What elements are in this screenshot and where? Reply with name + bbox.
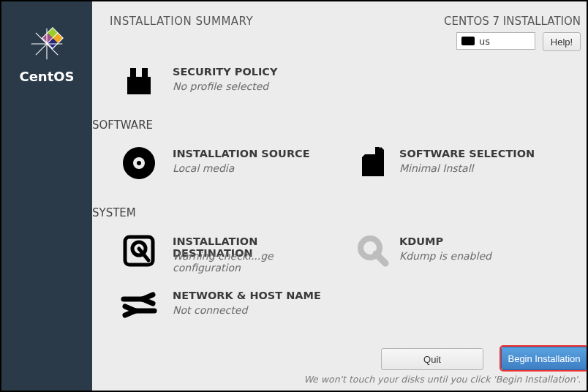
page-title: INSTALLATION SUMMARY xyxy=(110,15,253,28)
keyboard-layout-selector[interactable]: us xyxy=(456,32,535,50)
spoke-destination-status: Warning checki...ge configuration xyxy=(173,250,333,274)
svg-rect-11 xyxy=(142,68,148,78)
section-system-heading: SYSTEM xyxy=(92,206,136,219)
spoke-network-title: NETWORK & HOST NAME xyxy=(173,290,321,301)
quit-button[interactable]: Quit xyxy=(381,348,483,370)
section-software-heading: SOFTWARE xyxy=(92,118,153,132)
product-title: CENTOS 7 INSTALLATION xyxy=(444,15,581,28)
software-selection-icon xyxy=(351,145,395,181)
keyboard-layout-label: us xyxy=(479,36,490,47)
svg-point-14 xyxy=(137,161,141,165)
brand-text: CentOS xyxy=(19,69,74,84)
keyboard-icon xyxy=(461,37,475,45)
help-button[interactable]: Help! xyxy=(543,32,581,51)
spoke-security-title: SECURITY POLICY xyxy=(173,66,278,78)
sidebar: CentOS xyxy=(1,1,92,391)
main-panel: INSTALLATION SUMMARY CENTOS 7 INSTALLATI… xyxy=(92,1,587,391)
network-hostname-icon xyxy=(117,287,161,323)
centos-logo-icon xyxy=(26,23,67,64)
svg-rect-10 xyxy=(130,68,136,78)
svg-rect-9 xyxy=(127,77,151,94)
installation-destination-icon xyxy=(117,233,161,269)
kdump-icon xyxy=(351,233,395,269)
spoke-security-status: No profile selected xyxy=(173,80,268,92)
spoke-kdump[interactable]: KDUMP Kdump is enabled xyxy=(348,233,588,272)
spoke-installation-destination[interactable]: INSTALLATION DESTINATION Warning checki.… xyxy=(92,233,333,272)
spoke-source-status: Local media xyxy=(173,162,234,174)
security-policy-icon xyxy=(117,63,161,99)
spoke-network-status: Not connected xyxy=(173,304,247,316)
spoke-kdump-title: KDUMP xyxy=(399,235,443,247)
spoke-installation-source[interactable]: INSTALLATION SOURCE Local media xyxy=(92,145,333,184)
begin-installation-button[interactable]: Begin Installation xyxy=(501,347,587,370)
spoke-security-policy[interactable]: SECURITY POLICY No profile selected xyxy=(92,63,333,102)
spoke-kdump-status: Kdump is enabled xyxy=(399,250,491,262)
spoke-selection-status: Minimal Install xyxy=(399,162,473,174)
spoke-software-selection[interactable]: SOFTWARE SELECTION Minimal Install xyxy=(348,145,588,184)
installation-source-icon xyxy=(117,145,161,181)
installation-hint: We won't touch your disks until you clic… xyxy=(304,374,581,385)
spoke-selection-title: SOFTWARE SELECTION xyxy=(399,148,535,159)
spoke-source-title: INSTALLATION SOURCE xyxy=(173,148,310,159)
spoke-network-hostname[interactable]: NETWORK & HOST NAME Not connected xyxy=(92,287,333,326)
